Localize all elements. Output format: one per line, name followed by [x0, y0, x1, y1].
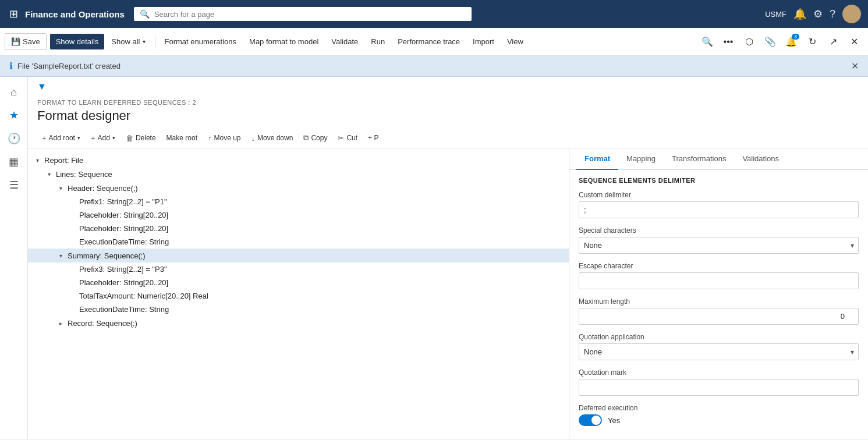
toolbar-close-icon[interactable]: ✕	[845, 33, 863, 51]
tree-label-record: Record: Sequence(;)	[68, 319, 137, 328]
tab-format[interactable]: Format	[576, 148, 618, 170]
settings-icon[interactable]: ⚙	[813, 8, 823, 20]
delete-icon: 🗑	[126, 134, 133, 143]
page-title: Format designer	[37, 108, 859, 123]
save-button[interactable]: 💾 Save	[5, 33, 47, 50]
run-button[interactable]: Run	[365, 34, 391, 49]
quotation-app-select-wrapper: None All fields Quoted fields	[579, 343, 859, 360]
tree-item-prefix1[interactable]: Prefix1: String[2..2] = "P1"	[28, 195, 569, 208]
help-icon[interactable]: ?	[830, 8, 835, 20]
toolbar-more-icon[interactable]: •••	[719, 33, 738, 51]
main-layout: ⌂ ★ 🕐 ▦ ☰ ▼ FORMAT TO LEARN DEFERRED SEQ…	[0, 77, 868, 439]
quotation-app-select[interactable]: None All fields Quoted fields	[579, 343, 859, 360]
validate-button[interactable]: Validate	[325, 34, 364, 49]
tree-label-lines: Lines: Sequence	[56, 170, 112, 179]
special-chars-select[interactable]: None Windows Unix	[579, 237, 859, 254]
sidebar-clock-icon[interactable]: 🕐	[3, 128, 24, 149]
tree-item-executiondate2[interactable]: ExecutionDateTime: String	[28, 303, 569, 316]
tree-toggle-report[interactable]: ▾	[33, 155, 42, 165]
add-button[interactable]: + Add ▾	[86, 131, 120, 146]
show-details-button[interactable]: Show details	[50, 34, 105, 49]
left-sidebar: ⌂ ★ 🕐 ▦ ☰	[0, 77, 28, 439]
quotation-mark-field: Quotation mark	[579, 368, 859, 396]
copy-icon: ⧉	[303, 133, 309, 143]
view-button[interactable]: View	[501, 34, 529, 49]
max-length-input[interactable]	[579, 308, 859, 325]
tree-item-lines[interactable]: ▾Lines: Sequence	[28, 167, 569, 181]
main-toolbar: 💾 Save Show details Show all ▾ Format en…	[0, 28, 868, 56]
tree-label-prefix1: Prefix1: String[2..2] = "P1"	[79, 197, 167, 206]
sidebar-star-icon[interactable]: ★	[3, 105, 24, 126]
performance-trace-button[interactable]: Performance trace	[392, 34, 466, 49]
add-root-icon: +	[42, 134, 47, 143]
custom-delimiter-input[interactable]	[579, 201, 859, 218]
cut-button[interactable]: ✂ Cut	[333, 131, 362, 146]
toolbar-sep-1	[155, 35, 155, 49]
tree-label-executiondate2: ExecutionDateTime: String	[79, 305, 169, 314]
tab-mapping[interactable]: Mapping	[618, 148, 664, 170]
quotation-mark-input[interactable]	[579, 379, 859, 396]
toolbar-badge-icon[interactable]: 3 🔔	[782, 33, 800, 51]
show-all-button[interactable]: Show all ▾	[105, 34, 151, 49]
toolbar-popout-icon[interactable]: ↗	[824, 33, 842, 51]
delete-button[interactable]: 🗑 Delete	[121, 131, 161, 146]
copy-button[interactable]: ⧉ Copy	[299, 130, 332, 146]
tree-toggle-header[interactable]: ▾	[56, 183, 65, 193]
map-format-button[interactable]: Map format to model	[243, 34, 324, 49]
tree-item-record[interactable]: ▸Record: Sequence(;)	[28, 316, 569, 330]
tree-item-executiondate1[interactable]: ExecutionDateTime: String	[28, 235, 569, 249]
tree-item-report[interactable]: ▾Report: File	[28, 153, 569, 167]
plus-p-button[interactable]: + P	[363, 131, 383, 145]
move-up-button[interactable]: ↑ Move up	[203, 131, 246, 146]
tree-toggle-record[interactable]: ▸	[56, 318, 65, 328]
custom-delimiter-field: Custom delimiter	[579, 191, 859, 218]
info-bar: ℹ File 'SampleReport.txt' created ✕	[0, 56, 868, 77]
search-input[interactable]	[154, 10, 466, 19]
filter-icon[interactable]: ▼	[37, 81, 47, 92]
tree-label-executiondate1: ExecutionDateTime: String	[79, 237, 169, 246]
tree-item-placeholder2[interactable]: Placeholder: String[20..20]	[28, 222, 569, 235]
tab-validations[interactable]: Validations	[734, 148, 787, 170]
properties-panel: Format Mapping Transformations Validatio…	[569, 148, 868, 439]
special-chars-label: Special characters	[579, 226, 859, 235]
sidebar-list-icon[interactable]: ☰	[3, 175, 24, 196]
add-root-chevron-icon: ▾	[77, 135, 80, 141]
tree-item-header[interactable]: ▾Header: Sequence(;)	[28, 181, 569, 195]
special-chars-field: Special characters None Windows Unix	[579, 226, 859, 254]
info-close-icon[interactable]: ✕	[851, 61, 859, 72]
tree-item-placeholder1[interactable]: Placeholder: String[20..20]	[28, 208, 569, 222]
escape-char-input[interactable]	[579, 272, 859, 289]
format-enumerations-button[interactable]: Format enumerations	[159, 34, 243, 49]
tree-label-prefix3: Prefix3: String[2..2] = "P3"	[79, 265, 167, 274]
tree-item-totaltax[interactable]: TotalTaxAmount: Numeric[20..20] Real	[28, 289, 569, 303]
cut-icon: ✂	[338, 134, 344, 143]
avatar[interactable]	[842, 5, 861, 23]
tab-transformations[interactable]: Transformations	[664, 148, 734, 170]
grid-icon[interactable]: ⊞	[7, 5, 20, 23]
content-toolbar: + Add root ▾ + Add ▾ 🗑 Delete Make root …	[28, 128, 868, 148]
import-button[interactable]: Import	[467, 34, 500, 49]
tree-item-placeholder3[interactable]: Placeholder: String[20..20]	[28, 276, 569, 289]
move-down-button[interactable]: ↓ Move down	[247, 131, 298, 146]
deferred-exec-toggle[interactable]	[579, 414, 602, 426]
tree-item-prefix3[interactable]: Prefix3: String[2..2] = "P3"	[28, 262, 569, 276]
toolbar-diamond-icon[interactable]: ⬡	[740, 33, 759, 51]
toolbar-refresh-icon[interactable]: ↻	[803, 33, 821, 51]
props-tabs: Format Mapping Transformations Validatio…	[569, 148, 868, 170]
tree-item-summary[interactable]: ▾Summary: Sequence(;)	[28, 249, 569, 262]
toolbar-office-icon[interactable]: 📎	[761, 33, 780, 51]
toolbar-search-icon[interactable]: 🔍	[698, 33, 717, 51]
notification-icon[interactable]: 🔔	[793, 8, 806, 20]
tree-label-report: Report: File	[44, 156, 83, 165]
search-bar[interactable]: 🔍	[134, 7, 472, 21]
tree-toggle-lines[interactable]: ▾	[44, 169, 54, 179]
tree-area[interactable]: ▾Report: File▾Lines: Sequence▾Header: Se…	[28, 148, 569, 439]
sidebar-home-icon[interactable]: ⌂	[3, 81, 24, 102]
section-title: SEQUENCE ELEMENTS DELIMITER	[579, 177, 859, 184]
sidebar-grid-icon[interactable]: ▦	[3, 151, 24, 172]
make-root-button[interactable]: Make root	[162, 131, 202, 145]
custom-delimiter-label: Custom delimiter	[579, 191, 859, 199]
tree-toggle-summary[interactable]: ▾	[56, 251, 65, 260]
quotation-app-field: Quotation application None All fields Qu…	[579, 333, 859, 360]
add-root-button[interactable]: + Add root ▾	[37, 131, 85, 146]
